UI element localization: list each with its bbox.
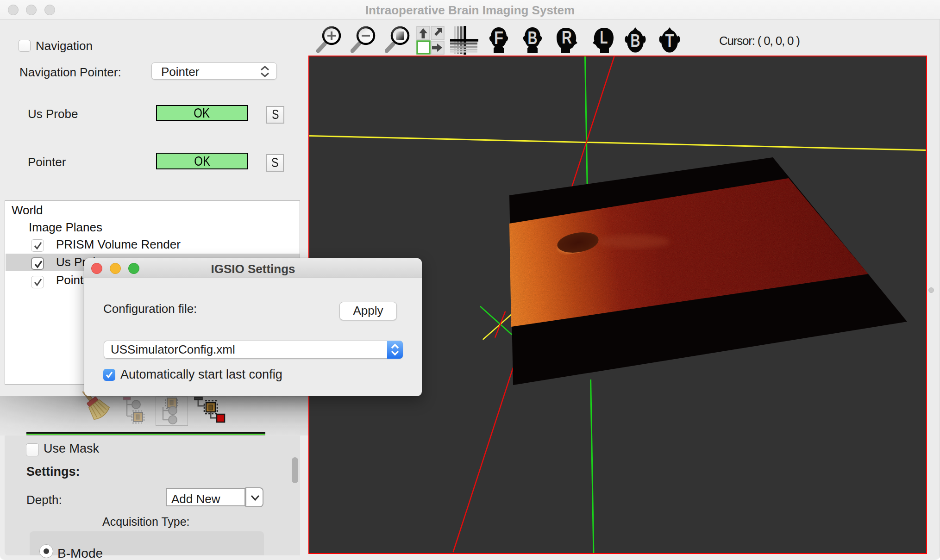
svg-text:L: L — [600, 28, 608, 47]
svg-text:B: B — [631, 31, 640, 50]
svg-text:B: B — [528, 28, 538, 48]
svg-text:T: T — [665, 31, 674, 50]
svg-text:F: F — [494, 28, 503, 48]
svg-text:R: R — [562, 28, 572, 47]
